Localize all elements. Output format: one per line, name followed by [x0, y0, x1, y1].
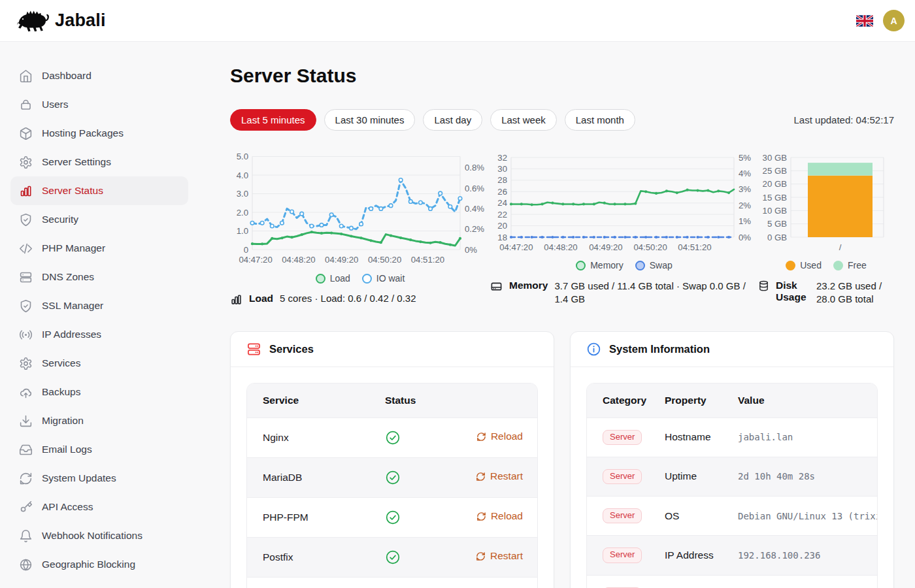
disk-stat: Disk Usage 23.2 GB used / 28.0 GB total	[758, 280, 894, 306]
inbox-icon	[19, 443, 33, 457]
sidebar-label: Server Status	[42, 185, 103, 197]
disk-stat-value: 23.2 GB used / 28.0 GB total	[816, 280, 891, 306]
svg-text:26: 26	[497, 187, 507, 197]
system-card-header: System Information	[571, 332, 893, 367]
user-avatar[interactable]: A	[883, 10, 905, 31]
svg-text:3%: 3%	[739, 184, 751, 194]
charts-row: 01.02.03.04.05.00%0.2%0.4%0.6%0.8%04:47:…	[230, 148, 894, 306]
status-running-icon	[385, 470, 401, 485]
legend-item: Swap	[635, 260, 673, 270]
server-icon	[19, 270, 33, 284]
svg-text:0 GB: 0 GB	[767, 233, 787, 242]
system-col-category: Category	[587, 384, 649, 417]
sidebar-item-ssl-manager[interactable]: SSL Manager	[10, 291, 188, 320]
radio-waves-icon	[19, 328, 33, 342]
svg-text:04:51:20: 04:51:20	[678, 242, 711, 252]
service-reload-button[interactable]: Reload	[476, 510, 523, 522]
refresh-icon	[19, 472, 33, 485]
boar-logo-icon	[16, 8, 50, 33]
page-title: Server Status	[230, 65, 894, 87]
sidebar-label: Email Logs	[42, 444, 92, 455]
svg-text:/: /	[839, 242, 842, 252]
sidebar-item-users[interactable]: Users	[10, 90, 188, 119]
svg-text:0.8%: 0.8%	[465, 163, 484, 172]
brand-logo[interactable]: Jabali	[16, 8, 106, 33]
sidebar-item-ip-addresses[interactable]: IP Addresses	[10, 320, 188, 349]
sidebar-item-webhook-notifications[interactable]: Webhook Notifications	[10, 521, 188, 550]
sidebar-label: Webhook Notifications	[42, 530, 142, 542]
app-header: Jabali A	[0, 0, 915, 42]
svg-text:04:47:20: 04:47:20	[499, 242, 533, 252]
key-icon	[19, 500, 33, 514]
sidebar-item-hosting-packages[interactable]: Hosting Packages	[10, 119, 188, 148]
svg-text:0.4%: 0.4%	[465, 204, 484, 214]
system-col-value: Value	[722, 384, 878, 417]
service-row-postfix: Postfix Restart	[247, 537, 538, 577]
system-row-hostname: Server Hostname jabali.lan	[587, 417, 878, 457]
category-badge: Server	[603, 430, 642, 445]
property-name: OS	[649, 496, 722, 535]
services-col-service: Service	[247, 384, 369, 417]
service-reload-button[interactable]: Reload	[476, 431, 523, 442]
system-row-ip-address: Server IP Address 192.168.100.236	[587, 535, 878, 574]
sidebar-item-php-manager[interactable]: PHP Manager	[10, 234, 188, 263]
download-icon	[19, 414, 33, 428]
sidebar-item-backups[interactable]: Backups	[10, 378, 188, 406]
svg-text:2%: 2%	[739, 201, 751, 210]
svg-text:22: 22	[497, 210, 507, 220]
svg-text:04:50:20: 04:50:20	[633, 242, 667, 252]
filter-last-week[interactable]: Last week	[490, 109, 557, 131]
memory-chart: 18202224262830320%1%2%3%4%5%04:47:2004:4…	[490, 148, 758, 257]
sidebar-item-email-logs[interactable]: Email Logs	[10, 435, 188, 464]
sidebar-item-geographic-blocking[interactable]: Geographic Blocking	[10, 550, 188, 579]
svg-text:25 GB: 25 GB	[763, 166, 788, 176]
sidebar-item-dns-zones[interactable]: DNS Zones	[10, 263, 188, 291]
sidebar-item-security[interactable]: Security	[10, 205, 188, 234]
sidebar-item-api-access[interactable]: API Access	[10, 493, 188, 521]
svg-text:5.0: 5.0	[237, 152, 248, 161]
memory-chart-legend: MemorySwap	[490, 257, 758, 273]
sidebar-label: Geographic Blocking	[42, 559, 135, 570]
filter-last-month[interactable]: Last month	[565, 109, 635, 131]
svg-text:04:47:20: 04:47:20	[239, 255, 272, 265]
status-running-icon	[385, 549, 401, 565]
services-col-actions	[467, 384, 538, 417]
filter-last-30-minutes[interactable]: Last 30 minutes	[324, 109, 416, 131]
sidebar-item-migration[interactable]: Migration	[10, 406, 188, 435]
database-icon	[758, 280, 769, 291]
svg-text:1.0: 1.0	[237, 226, 248, 236]
last-updated-text: Last updated: 04:52:17	[794, 114, 894, 125]
shield-check-icon	[19, 213, 33, 227]
code-icon	[19, 242, 33, 255]
service-restart-button[interactable]: Restart	[476, 550, 523, 562]
service-restart-button[interactable]: Restart	[476, 470, 523, 482]
system-row-uptime: Server Uptime 2d 10h 40m 28s	[587, 457, 878, 496]
category-badge: Server	[603, 547, 642, 563]
system-row-os: Server OS Debian GNU/Linux 13 (trixie)	[587, 496, 878, 535]
property-value: Debian GNU/Linux 13 (trixie)	[722, 496, 878, 535]
svg-text:30 GB: 30 GB	[763, 153, 788, 163]
property-name: IP Address	[649, 535, 722, 574]
filter-last-5-minutes[interactable]: Last 5 minutes	[230, 109, 316, 131]
sidebar-item-services[interactable]: Services	[10, 349, 188, 378]
bag-icon	[19, 98, 33, 112]
sidebar-item-dashboard[interactable]: Dashboard	[10, 61, 188, 90]
load-stat-label: Load	[249, 293, 273, 304]
service-row-nginx: Nginx Reload	[247, 417, 538, 457]
system-card-title: System Information	[609, 343, 710, 355]
sidebar-item-server-status[interactable]: Server Status	[10, 176, 188, 205]
sidebar-item-system-updates[interactable]: System Updates	[10, 464, 188, 493]
uk-flag-icon[interactable]	[856, 15, 873, 27]
bell-icon	[19, 529, 33, 543]
shield-check-icon	[19, 299, 33, 313]
sidebar-item-server-settings[interactable]: Server Settings	[10, 148, 188, 176]
service-row-dovecot: Dovecot Restart	[247, 577, 538, 588]
load-stat: Load 5 cores · Load: 0.6 / 0.42 / 0.32	[230, 293, 490, 306]
filter-last-day[interactable]: Last day	[423, 109, 482, 131]
sidebar-label: Hosting Packages	[42, 127, 124, 139]
bar-chart-icon	[230, 293, 242, 306]
sidebar-label: DNS Zones	[42, 271, 94, 283]
svg-text:04:49:20: 04:49:20	[325, 255, 358, 265]
refresh-icon	[476, 512, 486, 521]
service-row-php-fpm: PHP-FPM Reload	[247, 497, 538, 537]
